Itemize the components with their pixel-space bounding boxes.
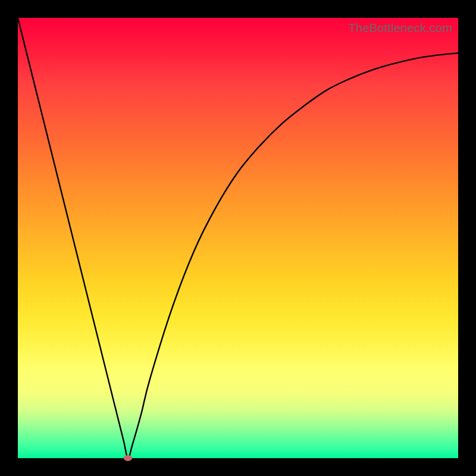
chart-frame: TheBottleneck.com [0, 0, 476, 476]
minimum-marker [124, 455, 132, 461]
plot-area: TheBottleneck.com [18, 18, 458, 458]
bottleneck-curve [18, 18, 458, 458]
